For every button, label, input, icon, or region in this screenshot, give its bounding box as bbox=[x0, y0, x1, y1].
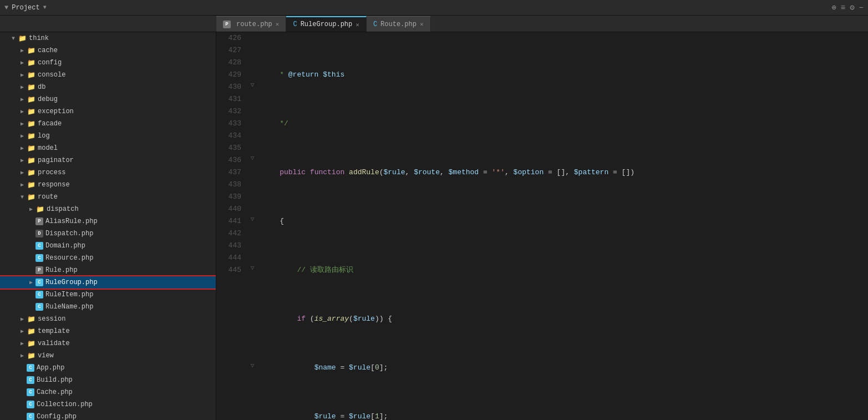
sidebar-item-exception[interactable]: ▶ 📁 exception bbox=[0, 105, 216, 118]
sidebar-item-think[interactable]: ▼ 📁 think bbox=[0, 32, 216, 44]
facade-label: facade bbox=[38, 120, 62, 128]
validate-arrow: ▶ bbox=[18, 339, 27, 348]
sidebar-item-rulegroup[interactable]: ▶ C RuleGroup.php bbox=[0, 276, 216, 289]
fold-434[interactable]: ▽ bbox=[248, 215, 257, 222]
ln-439: 439 bbox=[216, 191, 241, 203]
model-folder-icon: 📁 bbox=[27, 144, 35, 153]
validate-label: validate bbox=[38, 340, 70, 347]
sidebar-item-config[interactable]: ▶ 📁 config bbox=[0, 57, 216, 69]
sidebar-item-db[interactable]: ▶ 📁 db bbox=[0, 81, 216, 93]
sidebar-item-rulename[interactable]: ▶ C RuleName.php bbox=[0, 301, 216, 313]
code-text: public function addRule($rule, $route, $… bbox=[262, 166, 634, 179]
sidebar-item-dispatch-file[interactable]: ▶ D Dispatch.php bbox=[0, 227, 216, 240]
sidebar-item-collection[interactable]: ▶ C Collection.php bbox=[0, 398, 216, 411]
minimize-icon[interactable]: − bbox=[859, 3, 864, 12]
tab-route-class[interactable]: C Route.php ✕ bbox=[367, 16, 431, 32]
tab-close-route-php[interactable]: ✕ bbox=[276, 21, 280, 28]
code-line-427: */ bbox=[262, 118, 868, 130]
add-icon[interactable]: ⊕ bbox=[831, 3, 836, 12]
aliasrule-file-icon: P bbox=[35, 217, 43, 225]
console-folder-icon: 📁 bbox=[27, 70, 35, 79]
fold-431[interactable]: ▽ bbox=[248, 154, 257, 161]
cache-folder-icon: 📁 bbox=[27, 46, 35, 55]
sidebar-item-model[interactable]: ▶ 📁 model bbox=[0, 142, 216, 154]
app-file-icon: C bbox=[27, 364, 34, 372]
fold-442[interactable]: ▽ bbox=[248, 362, 257, 369]
rulename-file-icon: C bbox=[35, 303, 43, 311]
model-arrow: ▶ bbox=[18, 144, 27, 153]
collection-file-icon: C bbox=[27, 401, 34, 408]
response-arrow: ▶ bbox=[18, 180, 27, 189]
sidebar-item-cache[interactable]: ▶ 📁 cache bbox=[0, 44, 216, 57]
sidebar-item-rule[interactable]: ▶ P Rule.php bbox=[0, 264, 216, 276]
sidebar-item-debug[interactable]: ▶ 📁 debug bbox=[0, 93, 216, 105]
ln-438: 438 bbox=[216, 179, 241, 191]
tab-rulegroup-php[interactable]: C RuleGroup.php ✕ bbox=[286, 16, 366, 32]
model-label: model bbox=[38, 144, 58, 152]
sidebar-item-route[interactable]: ▼ 📁 route bbox=[0, 191, 216, 203]
response-label: response bbox=[38, 181, 70, 189]
sidebar-item-resource[interactable]: ▶ C Resource.php bbox=[0, 252, 216, 264]
view-folder-icon: 📁 bbox=[27, 351, 35, 360]
session-arrow: ▶ bbox=[18, 315, 27, 323]
sidebar-item-process[interactable]: ▶ 📁 process bbox=[0, 166, 216, 179]
think-folder-icon: 📁 bbox=[18, 34, 27, 43]
console-label: console bbox=[38, 71, 65, 79]
code-line-431: if (is_array($rule)) { bbox=[262, 313, 868, 325]
template-folder-icon: 📁 bbox=[27, 327, 35, 336]
sidebar-item-dispatch[interactable]: ▶ 📁 dispatch bbox=[0, 203, 216, 215]
template-label: template bbox=[38, 327, 70, 335]
sidebar-item-aliasrule[interactable]: ▶ P AliasRule.php bbox=[0, 215, 216, 227]
ln-431: 431 bbox=[216, 93, 241, 105]
tab-close-route-class[interactable]: ✕ bbox=[420, 21, 424, 28]
response-folder-icon: 📁 bbox=[27, 180, 35, 189]
sidebar-item-console[interactable]: ▶ 📁 console bbox=[0, 69, 216, 81]
rulename-label: RuleName.php bbox=[45, 303, 93, 311]
sidebar-item-ruleitem[interactable]: ▶ C RuleItem.php bbox=[0, 289, 216, 301]
sidebar-item-response[interactable]: ▶ 📁 response bbox=[0, 179, 216, 191]
tab-route-php[interactable]: P route.php ✕ bbox=[216, 16, 286, 32]
sidebar-item-domain[interactable]: ▶ C Domain.php bbox=[0, 240, 216, 252]
config-php-icon: C bbox=[27, 413, 34, 420]
sidebar-item-build[interactable]: ▶ C Build.php bbox=[0, 374, 216, 386]
sidebar-item-log[interactable]: ▶ 📁 log bbox=[0, 130, 216, 142]
fold-438[interactable]: ▽ bbox=[248, 264, 257, 271]
fold-428[interactable]: ▽ bbox=[248, 81, 257, 88]
code-line-428: public function addRule($rule, $route, $… bbox=[262, 166, 868, 179]
db-arrow: ▶ bbox=[18, 83, 27, 92]
exception-arrow: ▶ bbox=[18, 107, 27, 116]
sidebar-item-template[interactable]: ▶ 📁 template bbox=[0, 325, 216, 337]
sidebar-item-cache-php[interactable]: ▶ C Cache.php bbox=[0, 386, 216, 398]
ln-443: 443 bbox=[216, 240, 241, 252]
sidebar-item-paginator[interactable]: ▶ 📁 paginator bbox=[0, 154, 216, 166]
sidebar-item-session[interactable]: ▶ 📁 session bbox=[0, 313, 216, 325]
sidebar-item-view[interactable]: ▶ 📁 view bbox=[0, 350, 216, 362]
sidebar-item-validate[interactable]: ▶ 📁 validate bbox=[0, 337, 216, 350]
project-icon: ▼ bbox=[4, 4, 8, 12]
code-line-433: $rule = $rule[1]; bbox=[262, 411, 868, 420]
domain-label: Domain.php bbox=[45, 242, 85, 250]
title-bar-icons: ⊕ ≡ ⚙ − bbox=[831, 3, 864, 12]
process-arrow: ▶ bbox=[18, 168, 27, 177]
layout-icon[interactable]: ≡ bbox=[841, 3, 845, 12]
route-label: route bbox=[38, 193, 58, 201]
tab-icon-rulegroup: C bbox=[293, 21, 297, 28]
tab-close-rulegroup[interactable]: ✕ bbox=[356, 21, 359, 28]
sidebar-item-config-php[interactable]: ▶ C Config.php bbox=[0, 411, 216, 420]
settings-icon[interactable]: ⚙ bbox=[850, 3, 854, 12]
validate-folder-icon: 📁 bbox=[27, 339, 35, 348]
debug-label: debug bbox=[38, 95, 58, 103]
code-content[interactable]: * @return $this */ public function addRu… bbox=[258, 32, 868, 420]
ln-442: 442 bbox=[216, 227, 241, 240]
gutter: ▽ ▽ ▽ ▽ ▽ bbox=[247, 32, 258, 420]
console-arrow: ▶ bbox=[18, 70, 27, 79]
rulegroup-spacer: ▶ bbox=[27, 278, 35, 287]
collection-label: Collection.php bbox=[37, 401, 93, 408]
ln-433: 433 bbox=[216, 118, 241, 130]
sidebar-item-app[interactable]: ▶ C App.php bbox=[0, 362, 216, 374]
sidebar-item-facade[interactable]: ▶ 📁 facade bbox=[0, 118, 216, 130]
code-text: $rule = $rule[1]; bbox=[262, 411, 388, 420]
route-arrow: ▼ bbox=[18, 193, 27, 201]
code-text: */ bbox=[262, 118, 288, 130]
db-folder-icon: 📁 bbox=[27, 83, 35, 92]
